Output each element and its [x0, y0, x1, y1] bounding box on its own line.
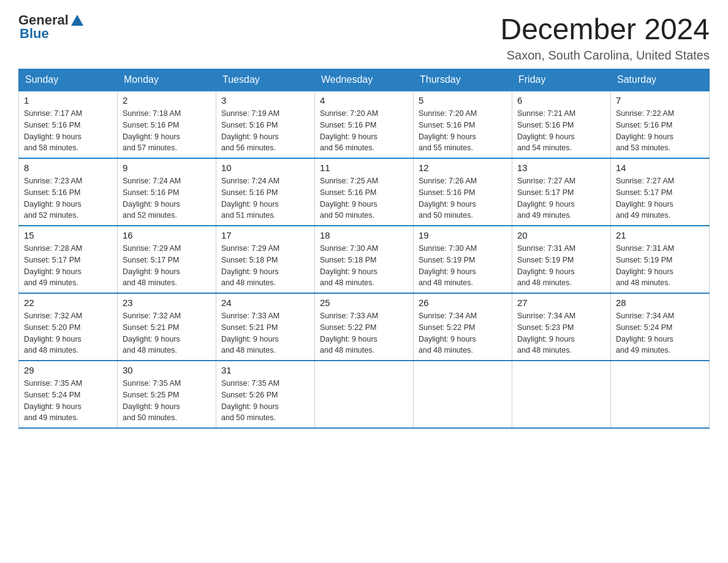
calendar-day-cell: 13 Sunrise: 7:27 AM Sunset: 5:17 PM Dayl… [512, 158, 611, 226]
daylight-label: Daylight: 9 hours [616, 335, 673, 343]
day-number: 5 [419, 95, 507, 105]
calendar-day-cell [315, 361, 414, 428]
calendar-header-row: SundayMondayTuesdayWednesdayThursdayFrid… [19, 69, 710, 91]
day-info: Sunrise: 7:30 AM Sunset: 5:19 PM Dayligh… [419, 243, 507, 289]
calendar-day-cell: 31 Sunrise: 7:35 AM Sunset: 5:26 PM Dayl… [216, 361, 315, 428]
day-info: Sunrise: 7:27 AM Sunset: 5:17 PM Dayligh… [517, 175, 605, 221]
calendar-day-cell: 15 Sunrise: 7:28 AM Sunset: 5:17 PM Dayl… [19, 226, 118, 293]
day-number: 11 [320, 163, 408, 173]
calendar-week-row: 1 Sunrise: 7:17 AM Sunset: 5:16 PM Dayli… [19, 91, 710, 158]
day-number: 31 [221, 365, 309, 375]
sunrise-label: Sunrise: 7:32 AM [123, 312, 181, 320]
day-number: 9 [123, 163, 211, 173]
sunset-label: Sunset: 5:22 PM [419, 323, 475, 332]
daylight-label: Daylight: 9 hours [320, 335, 377, 343]
daylight-minutes: and 48 minutes. [517, 278, 572, 287]
month-title: December 2024 [500, 12, 710, 46]
daylight-label: Daylight: 9 hours [320, 132, 377, 141]
day-info: Sunrise: 7:28 AM Sunset: 5:17 PM Dayligh… [24, 243, 112, 289]
sunset-label: Sunset: 5:20 PM [24, 323, 80, 332]
day-number: 7 [616, 95, 704, 105]
sunrise-label: Sunrise: 7:29 AM [221, 244, 279, 253]
daylight-label: Daylight: 9 hours [221, 267, 279, 276]
calendar-day-cell: 7 Sunrise: 7:22 AM Sunset: 5:16 PM Dayli… [611, 91, 710, 158]
sunset-label: Sunset: 5:19 PM [616, 256, 672, 264]
day-info: Sunrise: 7:34 AM Sunset: 5:24 PM Dayligh… [616, 310, 704, 356]
daylight-minutes: and 56 minutes. [320, 144, 374, 152]
sunset-label: Sunset: 5:16 PM [320, 121, 376, 129]
sunrise-label: Sunrise: 7:31 AM [517, 244, 575, 253]
day-number: 23 [123, 297, 211, 308]
sunset-label: Sunset: 5:23 PM [517, 323, 574, 332]
daylight-label: Daylight: 9 hours [616, 200, 673, 209]
sunset-label: Sunset: 5:21 PM [123, 323, 179, 332]
calendar-week-row: 15 Sunrise: 7:28 AM Sunset: 5:17 PM Dayl… [19, 226, 710, 293]
day-info: Sunrise: 7:21 AM Sunset: 5:16 PM Dayligh… [517, 108, 605, 154]
calendar-day-cell: 11 Sunrise: 7:25 AM Sunset: 5:16 PM Dayl… [315, 158, 414, 226]
day-info: Sunrise: 7:35 AM Sunset: 5:24 PM Dayligh… [24, 378, 112, 424]
day-info: Sunrise: 7:32 AM Sunset: 5:21 PM Dayligh… [123, 310, 211, 356]
weekday-header-thursday: Thursday [414, 69, 512, 91]
sunrise-label: Sunrise: 7:35 AM [24, 379, 82, 388]
sunset-label: Sunset: 5:26 PM [221, 391, 278, 399]
day-info: Sunrise: 7:33 AM Sunset: 5:21 PM Dayligh… [221, 310, 309, 356]
day-number: 8 [24, 163, 112, 173]
sunrise-label: Sunrise: 7:34 AM [517, 312, 575, 320]
calendar-day-cell: 14 Sunrise: 7:27 AM Sunset: 5:17 PM Dayl… [611, 158, 710, 226]
sunset-label: Sunset: 5:16 PM [123, 121, 179, 129]
logo-triangle-icon [71, 15, 83, 26]
day-info: Sunrise: 7:19 AM Sunset: 5:16 PM Dayligh… [221, 108, 309, 154]
weekday-header-sunday: Sunday [19, 69, 118, 91]
sunrise-label: Sunrise: 7:25 AM [320, 177, 378, 185]
calendar-day-cell: 24 Sunrise: 7:33 AM Sunset: 5:21 PM Dayl… [216, 293, 315, 361]
daylight-minutes: and 48 minutes. [517, 346, 572, 354]
weekday-header-wednesday: Wednesday [315, 69, 414, 91]
sunset-label: Sunset: 5:16 PM [419, 121, 475, 129]
daylight-label: Daylight: 9 hours [123, 132, 180, 141]
sunrise-label: Sunrise: 7:22 AM [616, 109, 674, 118]
calendar-table: SundayMondayTuesdayWednesdayThursdayFrid… [18, 69, 710, 429]
calendar-day-cell: 3 Sunrise: 7:19 AM Sunset: 5:16 PM Dayli… [216, 91, 315, 158]
daylight-label: Daylight: 9 hours [123, 200, 180, 209]
sunrise-label: Sunrise: 7:27 AM [616, 177, 674, 185]
day-number: 13 [517, 163, 605, 173]
sunset-label: Sunset: 5:16 PM [123, 188, 179, 197]
day-info: Sunrise: 7:24 AM Sunset: 5:16 PM Dayligh… [123, 175, 211, 221]
calendar-day-cell: 9 Sunrise: 7:24 AM Sunset: 5:16 PM Dayli… [118, 158, 216, 226]
day-info: Sunrise: 7:20 AM Sunset: 5:16 PM Dayligh… [320, 108, 408, 154]
sunset-label: Sunset: 5:16 PM [24, 188, 80, 197]
sunset-label: Sunset: 5:17 PM [616, 188, 672, 197]
daylight-minutes: and 56 minutes. [221, 144, 276, 152]
day-info: Sunrise: 7:32 AM Sunset: 5:20 PM Dayligh… [24, 310, 112, 356]
calendar-day-cell [512, 361, 611, 428]
daylight-label: Daylight: 9 hours [24, 132, 82, 141]
daylight-minutes: and 55 minutes. [419, 144, 473, 152]
calendar-day-cell: 18 Sunrise: 7:30 AM Sunset: 5:18 PM Dayl… [315, 226, 414, 293]
sunrise-label: Sunrise: 7:33 AM [320, 312, 378, 320]
daylight-minutes: and 48 minutes. [24, 346, 78, 354]
daylight-minutes: and 49 minutes. [24, 413, 78, 422]
day-number: 17 [221, 230, 309, 240]
location: Saxon, South Carolina, United States [500, 48, 710, 63]
day-number: 2 [123, 95, 211, 105]
logo-text-blue: Blue [20, 26, 49, 42]
calendar-day-cell: 22 Sunrise: 7:32 AM Sunset: 5:20 PM Dayl… [19, 293, 118, 361]
sunset-label: Sunset: 5:18 PM [320, 256, 376, 264]
day-number: 20 [517, 230, 605, 240]
sunrise-label: Sunrise: 7:35 AM [221, 379, 279, 388]
day-info: Sunrise: 7:34 AM Sunset: 5:22 PM Dayligh… [419, 310, 507, 356]
daylight-label: Daylight: 9 hours [24, 200, 82, 209]
day-number: 30 [123, 365, 211, 375]
sunset-label: Sunset: 5:19 PM [419, 256, 475, 264]
daylight-minutes: and 48 minutes. [419, 346, 473, 354]
daylight-label: Daylight: 9 hours [320, 200, 377, 209]
calendar-day-cell [414, 361, 512, 428]
day-number: 19 [419, 230, 507, 240]
daylight-label: Daylight: 9 hours [123, 335, 180, 343]
sunset-label: Sunset: 5:25 PM [123, 391, 179, 399]
day-info: Sunrise: 7:34 AM Sunset: 5:23 PM Dayligh… [517, 310, 605, 356]
day-info: Sunrise: 7:35 AM Sunset: 5:26 PM Dayligh… [221, 378, 309, 424]
day-info: Sunrise: 7:30 AM Sunset: 5:18 PM Dayligh… [320, 243, 408, 289]
day-info: Sunrise: 7:35 AM Sunset: 5:25 PM Dayligh… [123, 378, 211, 424]
daylight-minutes: and 52 minutes. [123, 211, 177, 220]
